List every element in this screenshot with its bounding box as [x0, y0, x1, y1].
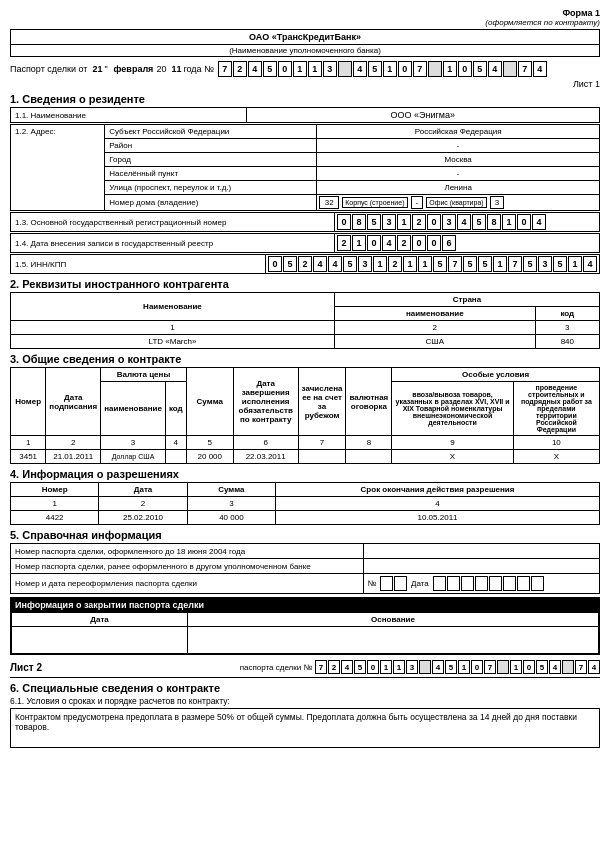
- addr-subfield1-value: Российская Федерация: [317, 125, 600, 139]
- contractor-name: LTD «March»: [11, 335, 335, 349]
- row3-date: 21.01.2011: [46, 450, 101, 464]
- addr-subfield3-value: Москва: [317, 153, 600, 167]
- row4-expiry: 10.05.2011: [276, 511, 600, 525]
- section6-title: 6. Специальные сведения о контракте: [10, 682, 600, 694]
- section4-title: 4. Информация о разрешениях: [10, 468, 600, 480]
- addr-subfield4-label: Населённый пункт: [105, 167, 317, 181]
- passport2-number-boxes: 7 2 4 5 0 1 1 3 4 5 1 0 7 1 0 5 4 7 4: [315, 660, 600, 674]
- row3-clause: [346, 450, 392, 464]
- col-country-code-header: код: [535, 307, 599, 321]
- ofis-label: Офис (квартира): [426, 197, 486, 208]
- section2-title: 2. Реквизиты иностранного контрагента: [10, 278, 600, 290]
- section3-title: 3. Общие сведения о контракте: [10, 353, 600, 365]
- addr-subfield1-label: Субъект Российской Федерации: [105, 125, 317, 139]
- passport-serial-label: паспорта сделки №: [240, 663, 312, 672]
- field14-boxes: 21042006: [337, 235, 597, 251]
- row4-num: 4422: [11, 511, 99, 525]
- note51-label: Номер паспорта сделки, оформленного до 1…: [11, 544, 364, 559]
- contractor-code: 840: [535, 335, 599, 349]
- row3-curr-code: [165, 450, 186, 464]
- section61-text: Контрактом предусмотрена предоплата в ра…: [10, 708, 600, 748]
- row3-sum: 20 000: [186, 450, 233, 464]
- row3-num: 3451: [11, 450, 46, 464]
- form-sublabel: (оформляется по контракту): [485, 18, 600, 27]
- col-country-name-header: наименование: [334, 307, 535, 321]
- korpus-value: -: [411, 196, 424, 209]
- bank-subtitle: (Наименование уполномоченного банка): [10, 45, 600, 57]
- row3-special1: X: [392, 450, 513, 464]
- row3-complete: 22.03.2011: [233, 450, 298, 464]
- note53a: №: [367, 579, 376, 588]
- form-label: Форма 1: [485, 8, 600, 18]
- section4-table: Номер Дата Сумма Срок окончания действия…: [10, 482, 600, 525]
- section5-title: 5. Справочная информация: [10, 529, 600, 541]
- closure-col2-header: Основание: [188, 613, 599, 627]
- section61-label: 6.1. Условия о сроках и порядке расчетов…: [10, 696, 600, 706]
- note52-label: Номер паспорта сделки, ранее оформленног…: [11, 559, 364, 574]
- field11-label: 1.1. Наименование: [11, 108, 247, 123]
- korpus-label: Корпус (строение): [342, 197, 407, 208]
- row4-date: 25.02.2010: [99, 511, 187, 525]
- section3-table: Номер Дата подписания Валюта цены Сумма …: [10, 367, 600, 464]
- contractor-country: США: [334, 335, 535, 349]
- sheet-label: Лист 1: [10, 79, 600, 89]
- passport-label: Паспорт сделки от: [10, 64, 87, 74]
- addr-subfield5-label: Улица (проспект, переулок и т.д.): [105, 181, 317, 195]
- field14-label: 1.4. Дата внесения записи в государствен…: [11, 234, 335, 253]
- addr-subfield6-label: Номер дома (владение): [105, 195, 317, 211]
- note53-label: Номер и дата переоформления паспорта сде…: [11, 574, 364, 594]
- closure-title: Информация о закрытии паспорта сделки: [11, 598, 599, 612]
- field12-label: 1.2. Адрес:: [11, 125, 105, 211]
- section1-title: 1. Сведения о резиденте: [10, 93, 600, 105]
- field13-boxes: 08531203458104: [337, 214, 597, 230]
- field15-label: 1.5. ИНН/КПП: [11, 255, 266, 274]
- section2-table: Наименование Страна наименование код 1 2…: [10, 292, 600, 349]
- addr-subfield5-value: Ленина: [317, 181, 600, 195]
- passport-year: 11: [171, 64, 181, 74]
- col-name-header: Наименование: [11, 293, 335, 321]
- passport-month: февраля: [114, 64, 154, 74]
- closure-col1-header: Дата: [12, 613, 188, 627]
- passport-number-boxes: 7 2 4 5 0 1 1 3 4 5 1 0 7 1 0 5 4 7 4: [218, 61, 547, 77]
- field11-value: ООО «Энигма»: [246, 108, 599, 123]
- ofis-value: 3: [490, 196, 504, 209]
- passport-row: Паспорт сделки от 21 " февраля 20 11 год…: [10, 61, 600, 77]
- addr-subfield4-value: -: [317, 167, 600, 181]
- field13-label: 1.3. Основной государственный регистраци…: [11, 213, 335, 232]
- sheet2-label: Лист 2: [10, 662, 42, 673]
- row3-special2: X: [513, 450, 599, 464]
- row4-sum: 40 000: [187, 511, 275, 525]
- bank-name: ОАО «ТрансКредитБанк»: [10, 29, 600, 45]
- addr-subfield2-label: Район: [105, 139, 317, 153]
- addr-subfield2-value: -: [317, 139, 600, 153]
- addr-subfield3-label: Город: [105, 153, 317, 167]
- row3-accrued: [298, 450, 346, 464]
- house-number: 32: [319, 196, 339, 209]
- passport-day: 21: [92, 64, 102, 74]
- field15-boxes: 0524453121157551753514: [268, 256, 597, 272]
- row3-currency: Доллар США: [101, 450, 166, 464]
- col-country-header: Страна: [334, 293, 599, 307]
- note53b: Дата: [411, 579, 429, 588]
